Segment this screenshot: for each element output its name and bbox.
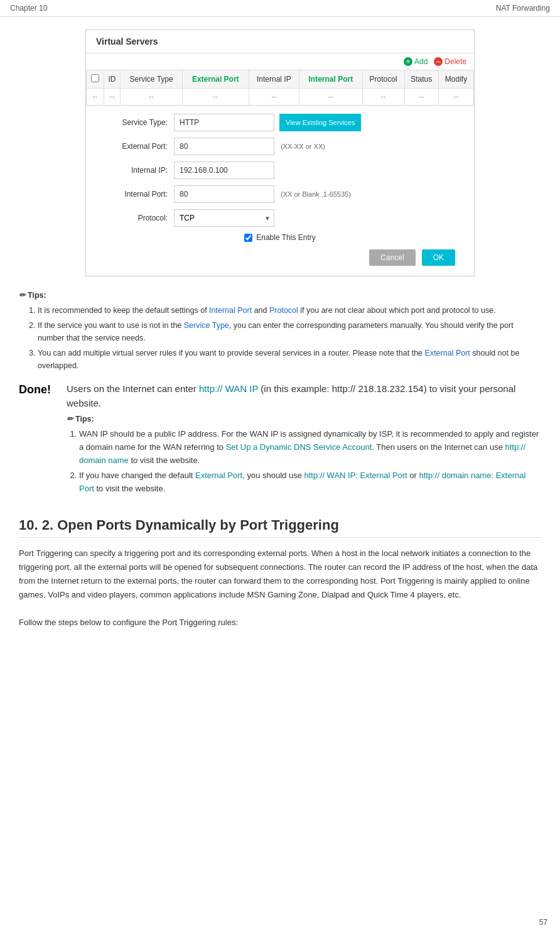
done-tips-item-2: If you have changed the default External… (79, 469, 541, 496)
col-internal-port: Internal Port (299, 70, 363, 89)
done-link-domain-ext-port: http:// domain name: External Port (79, 471, 525, 493)
virtual-servers-table: ID Service Type External Port Internal I… (86, 70, 474, 106)
enable-row: Enable This Entry (99, 233, 461, 242)
section-102-follow: Follow the steps below to configure the … (19, 616, 541, 630)
panel-toolbar: Add Delete (86, 53, 474, 70)
tips-item-2-text1: If the service you want to use is not in… (38, 321, 184, 330)
service-type-label: Service Type: (99, 118, 174, 127)
internal-port-row: Internal Port: (XX or Blank ,1-65535) (99, 185, 461, 203)
add-button[interactable]: Add (404, 57, 428, 66)
form-section: Service Type: View Existing Services Ext… (86, 106, 474, 276)
done-label: Done! (19, 382, 57, 498)
tips-link-protocol: Protocol (269, 306, 298, 315)
virtual-servers-panel: Virtual Servers Add Delete ID Service Ty… (85, 30, 475, 276)
empty-cell-8: -- (438, 89, 473, 106)
done-tips-item-1: WAN IP should be a public IP address. Fo… (79, 428, 541, 467)
internal-port-label: Internal Port: (99, 190, 174, 199)
done-main-text: Users on the Internet can enter http:// … (67, 382, 541, 410)
done-tips-title: ✏ Tips: (67, 413, 541, 425)
enable-label: Enable This Entry (256, 233, 316, 242)
external-port-row: External Port: (XX-XX or XX) (99, 138, 461, 155)
tips-link-internal-port: Internal Port (209, 306, 252, 315)
empty-cell-5: -- (299, 89, 363, 106)
form-buttons: Cancel OK (99, 249, 461, 266)
done-tips-label: Tips: (75, 413, 94, 425)
internal-ip-row: Internal IP: (99, 161, 461, 179)
section-102-title: 10. 2. Open Ports Dynamically by Port Tr… (19, 517, 541, 538)
select-all-checkbox[interactable] (91, 74, 99, 82)
panel-title: Virtual Servers (86, 30, 474, 53)
done-content: Users on the Internet can enter http:// … (67, 382, 541, 498)
col-id: ID (104, 70, 121, 89)
service-type-row: Service Type: View Existing Services (99, 114, 461, 131)
empty-cell-2: -- (121, 89, 183, 106)
empty-cell-1: -- (104, 89, 121, 106)
external-port-hint: (XX-XX or XX) (281, 143, 325, 150)
external-port-input[interactable] (174, 138, 274, 155)
col-external-port: External Port (182, 70, 249, 89)
tips-title: ✏ Tips: (19, 289, 541, 302)
protocol-select-wrapper: TCP UDP ALL (174, 209, 274, 227)
internal-ip-label: Internal IP: (99, 166, 174, 175)
tips-item-2: If the service you want to use is not in… (38, 319, 541, 344)
col-status: Status (404, 70, 438, 89)
protocol-select[interactable]: TCP UDP ALL (174, 209, 274, 227)
ok-button[interactable]: OK (422, 249, 455, 266)
tips-list: It is recommended to keep the default se… (25, 304, 541, 372)
page-header: Chapter 10 NAT Forwarding (0, 0, 560, 17)
done-tips-list: WAN IP should be a public IP address. Fo… (67, 428, 541, 496)
col-protocol: Protocol (362, 70, 404, 89)
done-link-dynamic-dns: Set Up a Dynamic DNS Service Account (226, 442, 372, 452)
done-link-external-port: External Port (195, 471, 242, 480)
internal-port-hint: (XX or Blank ,1-65535) (281, 190, 351, 198)
tips-item-3: You can add multiple virtual server rule… (38, 347, 541, 372)
tips-label: Tips: (28, 289, 46, 302)
view-services-button[interactable]: View Existing Services (279, 114, 361, 131)
chapter-label: Chapter 10 (10, 4, 47, 13)
delete-button[interactable]: Delete (434, 57, 466, 66)
cancel-button[interactable]: Cancel (369, 249, 415, 266)
done-section: Done! Users on the Internet can enter ht… (19, 382, 541, 498)
empty-cell-4: -- (249, 89, 299, 106)
main-content: Virtual Servers Add Delete ID Service Ty… (0, 17, 560, 643)
internal-ip-input[interactable] (174, 161, 274, 179)
tips-icon: ✏ (19, 289, 25, 302)
done-text-before: Users on the Internet can enter (67, 383, 199, 394)
tips-item-1: It is recommended to keep the default se… (38, 304, 541, 317)
tips-item-1-text2: and (252, 306, 269, 315)
enable-checkbox[interactable] (244, 234, 252, 242)
table-row-empty: -- -- -- -- -- -- -- -- -- (87, 89, 474, 106)
tips-section: ✏ Tips: It is recommended to keep the de… (19, 289, 541, 372)
col-internal-ip: Internal IP (249, 70, 299, 89)
empty-cell-0: -- (87, 89, 104, 106)
col-service-type: Service Type (121, 70, 183, 89)
tips-link-service-type: Service Type (184, 321, 229, 330)
external-port-label: External Port: (99, 142, 174, 151)
internal-port-input[interactable] (174, 185, 274, 203)
service-type-input[interactable] (174, 114, 274, 131)
section-label: NAT Forwarding (496, 4, 550, 13)
empty-cell-3: -- (182, 89, 249, 106)
tips-item-1-text1: It is recommended to keep the default se… (38, 306, 209, 315)
tips-item-3-text1: You can add multiple virtual server rule… (38, 349, 425, 357)
col-modify: Modify (438, 70, 473, 89)
done-link-wan-ip: http:// WAN IP (199, 383, 258, 394)
protocol-row: Protocol: TCP UDP ALL (99, 209, 461, 227)
empty-cell-7: -- (404, 89, 438, 106)
col-checkbox (87, 70, 104, 89)
section-102-body: Port Triggering can specify a triggering… (19, 547, 541, 630)
page-footer: 57 (539, 918, 547, 927)
section-102-paragraph: Port Triggering can specify a triggering… (19, 547, 541, 602)
done-tips-icon: ✏ (67, 413, 73, 425)
tips-link-external-port: External Port (425, 349, 470, 357)
tips-item-1-text3: if you are not clear about which port an… (298, 306, 496, 315)
empty-cell-6: -- (362, 89, 404, 106)
page-number: 57 (539, 918, 547, 927)
protocol-label: Protocol: (99, 214, 174, 222)
done-link-wan-ext-port: http:// WAN IP: External Port (304, 471, 407, 480)
